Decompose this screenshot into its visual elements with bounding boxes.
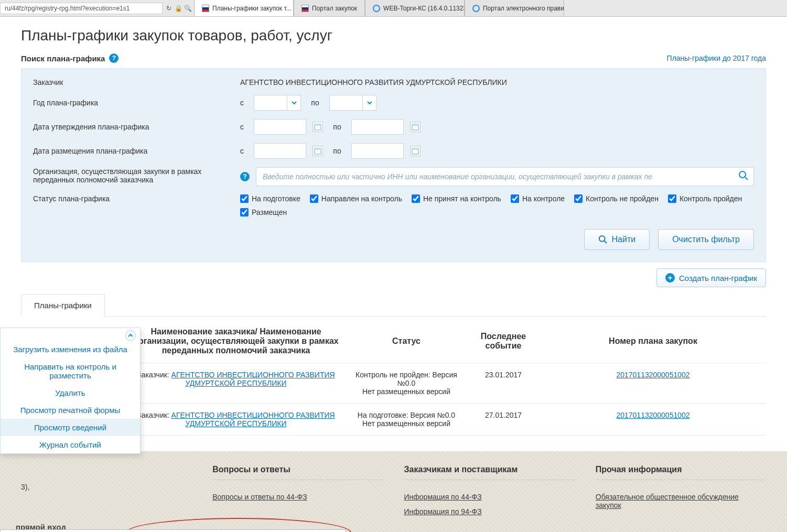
svg-rect-7 [412,148,418,150]
find-button[interactable]: Найти [584,229,650,250]
label-status: Статус плана-графика [33,194,240,203]
org-search-input[interactable] [256,167,754,186]
cell-last: 27.01.2017 [467,404,540,436]
search-icon[interactable] [738,170,749,182]
plus-icon: + [665,273,675,283]
footer-link-94[interactable]: Информация по 94-ФЗ [404,504,575,519]
value-customer: АГЕНТСТВО ИНВЕСТИЦИОННОГО РАЗВИТИЯ УДМУР… [240,78,754,86]
ctx-send[interactable]: Направить на контроль и разместить [1,358,140,384]
svg-line-11 [604,241,607,244]
tab-label: Портал электронного правит... [483,5,564,12]
svg-point-10 [599,236,605,242]
date-approve-from-input[interactable] [254,119,306,135]
url-bar[interactable]: ru/44fz/rpg/registry-rpg.html?execution=… [0,3,163,14]
date-place-to-input[interactable] [351,143,404,159]
footer-head-users: Заказчикам и поставщикам [404,465,575,480]
label-year: Год плана-графика [33,99,240,107]
chevron-up-icon[interactable] [125,330,136,341]
cell-num-link[interactable]: 201701132000051002 [616,411,689,419]
tab-label: Планы-графики [34,301,92,310]
svg-rect-3 [412,124,418,126]
chk-sent[interactable]: Направлен на контроль [310,194,402,203]
svg-line-9 [745,177,748,180]
browser-tab-0[interactable]: Планы-графики закупок т... × [194,0,294,16]
status-bar-url: stry-rpg.html?execution=e1s1&_eventId=vi… [0,529,346,532]
chk-placed[interactable]: Размещен [240,208,287,216]
favicon-russia-icon [202,5,209,12]
label-date-approve: Дата утверждения плана-графика [33,123,240,131]
search-section-label: Поиск плана-графика [21,54,105,63]
label-customer: Заказчик [33,78,240,86]
footer-link-qa44[interactable]: Вопросы и ответы по 44-ФЗ [212,490,383,504]
cell-name-prefix: Заказчик: [137,371,171,379]
calendar-icon[interactable] [410,146,421,156]
chk-label: На контроле [522,194,565,203]
th-last: Последнее событие [467,320,540,363]
cell-last: 23.01.2017 [467,363,540,404]
page-title: Планы-графики закупок товаров, работ, ус… [21,27,766,44]
url-text: ru/44fz/rpg/registry-rpg.html?execution=… [5,5,130,12]
button-label: Создать план-график [679,274,757,283]
label-from: с [240,123,247,131]
search-icon[interactable]: 🔍 [184,4,192,13]
calendar-icon[interactable] [410,122,421,132]
footer-link-discuss[interactable]: Обязательное общественное обсуждение зак… [596,490,766,513]
cell-status-l2: Нет размещенных версий [351,419,461,428]
calendar-icon[interactable] [312,146,323,156]
calendar-icon[interactable] [312,122,323,132]
ctx-log[interactable]: Журнал событий [1,436,140,453]
ctx-view[interactable]: Просмотр сведений [1,419,140,436]
label-date-place: Дата размещения плана-графика [33,147,240,155]
browser-tab-2[interactable]: WEB-Торги-КС (16.4.0.11323) :... [365,0,465,16]
chevron-down-icon [287,95,300,110]
th-num: Номер плана закупок [540,320,766,363]
label-to: по [329,123,345,131]
label-from: с [240,147,247,155]
chevron-down-icon [362,95,376,110]
clear-filter-button[interactable]: Очистить фильтр [658,229,754,250]
svg-rect-5 [315,148,321,150]
tab-label: WEB-Торги-КС (16.4.0.11323) :... [383,5,465,12]
chk-notacc[interactable]: Не принят на контроль [412,194,501,203]
create-plan-button[interactable]: + Создать план-график [656,268,766,287]
search-icon [598,235,608,244]
date-place-from-input[interactable] [254,143,306,159]
context-menu: Загрузить изменения из файла Направить н… [0,328,141,454]
help-icon[interactable]: ? [109,53,118,63]
cell-name-link[interactable]: АГЕНТСТВО ИНВЕСТИЦИОННОГО РАЗВИТИЯ УДМУР… [171,371,335,387]
browser-tab-3[interactable]: Портал электронного правит... [465,0,564,16]
ctx-print[interactable]: Просмотр печатной формы [1,401,140,419]
th-status: Статус [346,320,467,363]
cell-name-prefix: Заказчик: [137,411,171,419]
help-icon[interactable]: ? [240,172,250,181]
chk-ctrlpass[interactable]: Контроль пройден [668,194,742,203]
footer-head-qa: Вопросы и ответы [212,465,383,480]
link-old-plans[interactable]: Планы-графики до 2017 года [667,54,766,62]
year-from-select[interactable] [254,95,301,111]
refresh-icon[interactable]: ↻ [165,4,173,13]
chk-label: Контроль не пройден [586,194,659,203]
cell-name-link[interactable]: АГЕНТСТВО ИНВЕСТИЦИОННОГО РАЗВИТИЯ УДМУР… [171,411,335,428]
footer-link-44[interactable]: Информация по 44-ФЗ [404,490,575,504]
label-from: с [240,99,247,107]
chk-prep[interactable]: На подготовке [240,194,300,203]
chk-ctrlfail[interactable]: Контроль не пройден [574,194,659,203]
chk-label: На подготовке [252,194,300,203]
ctx-delete[interactable]: Удалить [1,384,140,401]
chk-onctrl[interactable]: На контроле [511,194,565,203]
tab-label: Планы-графики закупок т... [212,5,292,12]
ctx-load[interactable]: Загрузить изменения из файла [1,341,140,358]
label-to: по [329,147,345,155]
th-name: Наименование заказчика/ Наименование орг… [126,320,346,363]
tab-plans[interactable]: Планы-графики [21,294,105,317]
page-footer: 3), Вопросы и ответы Вопросы и ответы по… [0,451,787,532]
browser-tab-1[interactable]: Портал закупок [294,0,365,16]
date-approve-to-input[interactable] [351,119,404,135]
chk-label: Не принят на контроль [423,194,501,203]
cell-status-l1: На подготовке: Версия №0.0 [351,411,461,419]
cell-num-link[interactable]: 201701132000051002 [616,371,689,379]
browser-tabs: Планы-графики закупок т... × Портал заку… [194,0,787,16]
favicon-russia-icon [301,5,309,12]
year-to-select[interactable] [329,95,376,111]
footer-head-other: Прочая информация [596,465,766,480]
